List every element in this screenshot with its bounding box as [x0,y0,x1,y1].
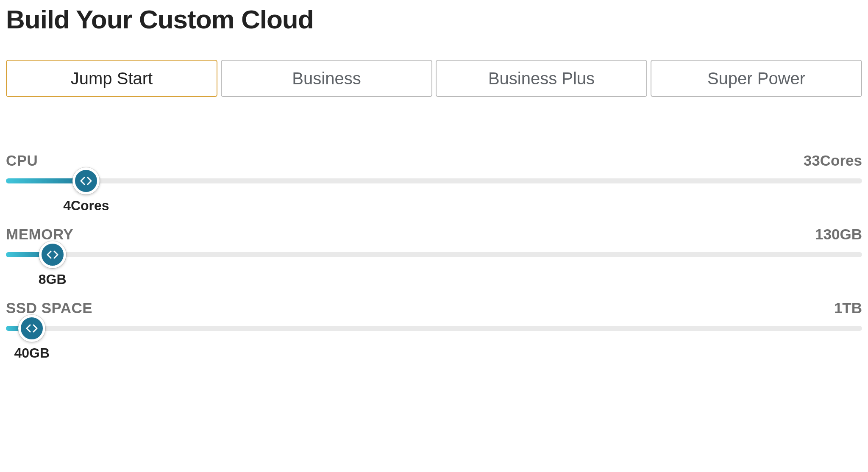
cpu-label: CPU [6,152,38,169]
ssd-max: 1TB [834,300,862,317]
memory-slider-block: MEMORY 130GB 8GB [6,226,862,257]
ssd-track[interactable]: 40GB [6,326,862,331]
cpu-value: 4Cores [63,198,109,214]
ssd-thumb[interactable] [18,315,45,342]
tab-super-power[interactable]: Super Power [651,60,862,97]
slider-handle-icon [80,177,92,185]
memory-thumb[interactable] [39,241,66,268]
slider-handle-icon [46,250,59,259]
memory-track[interactable]: 8GB [6,252,862,257]
page-title: Build Your Custom Cloud [6,4,862,34]
plan-tabs: Jump Start Business Business Plus Super … [6,60,862,97]
memory-label: MEMORY [6,226,73,243]
cpu-slider-block: CPU 33Cores 4Cores [6,152,862,183]
tab-jump-start[interactable]: Jump Start [6,60,217,97]
ssd-value: 40GB [14,345,50,361]
cpu-thumb[interactable] [72,167,100,194]
ssd-label: SSD SPACE [6,300,92,317]
cpu-track[interactable]: 4Cores [6,178,862,183]
cpu-max: 33Cores [804,152,862,169]
memory-value: 8GB [39,272,67,287]
tab-business[interactable]: Business [221,60,432,97]
tab-business-plus[interactable]: Business Plus [436,60,647,97]
ssd-slider-block: SSD SPACE 1TB 40GB [6,300,862,331]
memory-max: 130GB [815,226,862,243]
slider-handle-icon [25,324,38,333]
